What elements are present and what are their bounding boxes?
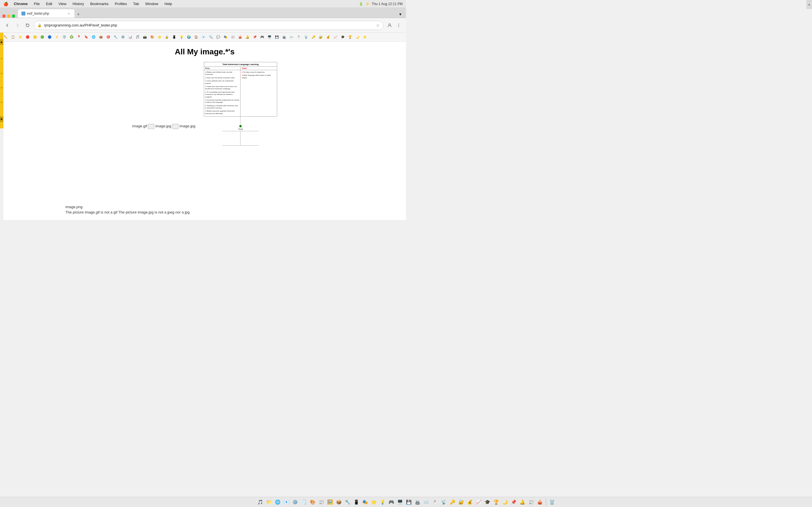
bookmark-item-17[interactable]: 📊 <box>127 34 134 41</box>
bookmark-item-7[interactable]: ⚡ <box>54 34 60 41</box>
bookmark-item-41[interactable]: 📡 <box>303 34 310 41</box>
wifi-icon: 🔋 <box>359 2 363 6</box>
sidebar-arrow-down[interactable]: ▶ <box>0 116 3 122</box>
system-time: Thu 1 Aug 12:11 PM <box>372 2 403 6</box>
bookmark-item-20[interactable]: 🎨 <box>149 34 156 41</box>
address-bar[interactable]: 🔒 rjmprogramming.com.au/PHP/exif_tester.… <box>34 21 384 30</box>
menu-chrome[interactable]: Chrome <box>13 1 29 6</box>
profile-btn[interactable] <box>386 21 394 29</box>
menu-btn[interactable] <box>395 21 403 29</box>
page-content: All My image.*'s image.gif image.jpg ima… <box>3 42 406 220</box>
bookmark-item-18[interactable]: 🎵 <box>134 34 141 41</box>
svg-point-1 <box>398 23 399 24</box>
bookmark-item-9[interactable]: ♻️ <box>68 34 75 41</box>
bookmark-item-5[interactable]: 🟢 <box>39 34 46 41</box>
bookmark-item-32[interactable]: 🎪 <box>237 34 244 41</box>
tab-title: exif_tester.php <box>27 11 65 15</box>
bookmark-item-42[interactable]: 🔑 <box>310 34 317 41</box>
chart-total-label: Total <box>238 128 243 130</box>
bookmark-item-34[interactable]: 📌 <box>252 34 258 41</box>
bookmark-item-27[interactable]: 📧 <box>200 34 207 41</box>
bookmark-item-6[interactable]: 🔵 <box>46 34 53 41</box>
menu-view[interactable]: View <box>57 1 67 6</box>
close-window-btn[interactable] <box>2 14 6 18</box>
bookmark-item-49[interactable]: ⭐ <box>361 34 368 41</box>
menu-history[interactable]: History <box>71 1 85 6</box>
sidebar-arrow-up[interactable]: ▶ <box>0 39 3 45</box>
title-bar: 🍎 Chrome File Edit View History Bookmark… <box>0 0 406 8</box>
bookmark-item-31[interactable]: 📰 <box>230 34 236 41</box>
chart-con-1: ●Too big a jump for beginners <box>242 71 276 73</box>
menu-window[interactable]: Window <box>144 1 159 6</box>
minimize-window-btn[interactable] <box>7 14 10 18</box>
bookmark-item-2[interactable]: ⭐ <box>17 34 24 41</box>
bookmark-item-14[interactable]: 🎯 <box>105 34 112 41</box>
bookmark-item-1[interactable]: 📋 <box>10 34 16 41</box>
tab-close-btn[interactable]: × <box>66 11 71 16</box>
bookmark-item-8[interactable]: 🛡️ <box>61 34 68 41</box>
bookmark-item-36[interactable]: 🖥️ <box>266 34 273 41</box>
bookmark-star-icon[interactable]: ☆ <box>376 23 380 27</box>
sidebar-strip-label-1: T <box>1 58 3 59</box>
menu-bookmarks[interactable]: Bookmarks <box>89 1 110 6</box>
bookmark-item-13[interactable]: 📦 <box>98 34 104 41</box>
chart-pro-1: ●Babies and children learn via total imm… <box>205 71 239 76</box>
menu-tab[interactable]: Tab <box>132 1 140 6</box>
chart-horiz-line-2 <box>222 145 259 146</box>
bookmark-item-35[interactable]: 🎮 <box>259 34 266 41</box>
bookmark-item-24[interactable]: 💡 <box>178 34 185 41</box>
bookmark-item-29[interactable]: 💬 <box>215 34 221 41</box>
bookmark-item-10[interactable]: 📍 <box>75 34 82 41</box>
bookmark-item-16[interactable]: ⚙️ <box>119 34 126 41</box>
bookmark-item-33[interactable]: 🔔 <box>244 34 251 41</box>
chart-total-dot <box>239 125 242 127</box>
menu-edit[interactable]: Edit <box>45 1 53 6</box>
bookmark-item-30[interactable]: 🎭 <box>222 34 229 41</box>
bookmark-item-39[interactable]: ⌨️ <box>288 34 295 41</box>
menu-profiles[interactable]: Profiles <box>114 1 128 6</box>
apple-logo-icon[interactable]: 🍎 <box>3 2 8 6</box>
bookmark-item-4[interactable]: 🟡 <box>32 34 38 41</box>
chart-cons-column: ●Too big a jump for beginners ●Basic lan… <box>241 70 277 116</box>
bookmark-item-12[interactable]: 🌐 <box>90 34 97 41</box>
chart-pro-6: ●Immersion learning emphasises the natur… <box>205 99 239 104</box>
chart-pro-2: ●Does over the family Immersion aisle <box>205 76 239 79</box>
reload-btn[interactable] <box>24 21 32 29</box>
menu-file[interactable]: File <box>33 1 41 6</box>
bookmark-item-25[interactable]: 🌍 <box>186 34 192 41</box>
bookmark-item-46[interactable]: 🎓 <box>340 34 346 41</box>
chart-vert-line-2 <box>240 131 241 145</box>
chart-pro-7: ●Speaking is essential with Immersion an… <box>205 105 239 109</box>
bookmark-item-45[interactable]: 📈 <box>332 34 339 41</box>
chart-pro-8: ●Media resources augment Immersion learn… <box>205 110 239 115</box>
bookmark-item-44[interactable]: 💰 <box>325 34 332 41</box>
active-tab[interactable]: exif_tester.php × <box>18 9 74 18</box>
bookmark-item-11[interactable]: 🔖 <box>83 34 90 41</box>
bookmark-item-40[interactable]: 🖱️ <box>296 34 302 41</box>
url-text[interactable]: rjmprogramming.com.au/PHP/exif_tester.ph… <box>44 23 374 27</box>
bookmark-item-19[interactable]: 📸 <box>142 34 148 41</box>
bookmark-item-15[interactable]: 🔧 <box>112 34 119 41</box>
new-tab-btn[interactable]: + <box>75 11 82 18</box>
chart-pro-5: ●To consolidate and Improvement fast Imm… <box>205 91 239 98</box>
bookmark-item-3[interactable]: 🔴 <box>24 34 31 41</box>
page-title: All My image.*'s <box>15 47 395 56</box>
maximize-window-btn[interactable] <box>12 14 15 18</box>
bookmark-item-38[interactable]: 🖨️ <box>281 34 288 41</box>
bookmark-item-28[interactable]: 🔍 <box>207 34 214 41</box>
bookmark-item-26[interactable]: 🏠 <box>193 34 200 41</box>
bookmark-item-22[interactable]: 🔒 <box>163 34 170 41</box>
bookmark-item-23[interactable]: 📱 <box>171 34 177 41</box>
tab-bar: exif_tester.php × + ▼ <box>0 8 406 18</box>
chart-pro-4: ●Adults who have learnt how to learn can… <box>205 86 239 90</box>
tab-bar-overflow[interactable]: ▼ <box>397 11 404 18</box>
forward-btn[interactable] <box>13 21 21 29</box>
bookmark-item-48[interactable]: 🌙 <box>354 34 361 41</box>
menu-help[interactable]: Help <box>163 1 173 6</box>
back-btn[interactable] <box>3 21 11 29</box>
bookmark-item-43[interactable]: 🔐 <box>317 34 324 41</box>
bookmark-item-47[interactable]: 🏆 <box>347 34 354 41</box>
bookmark-item-21[interactable]: 🌟 <box>156 34 163 41</box>
bookmark-item-37[interactable]: 💾 <box>273 34 280 41</box>
image-gif-label-1: image.gif <box>132 124 148 128</box>
